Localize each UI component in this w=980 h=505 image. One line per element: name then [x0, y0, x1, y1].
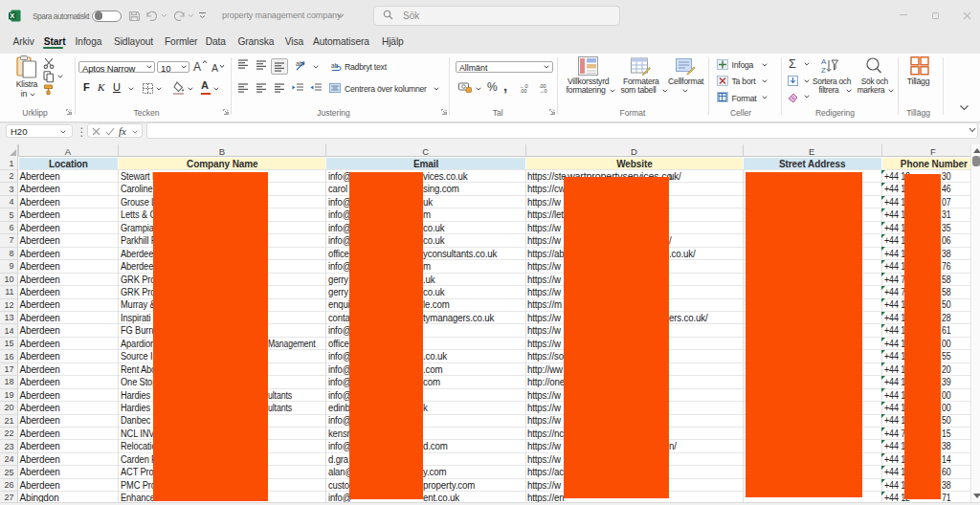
svg-text:.00: .00 [520, 87, 527, 93]
svg-text:A: A [821, 57, 827, 66]
svg-text:Z: Z [821, 66, 826, 75]
svg-text:→0: →0 [539, 87, 547, 93]
svg-text:ab: ab [296, 60, 303, 67]
svg-text:X: X [10, 11, 14, 20]
